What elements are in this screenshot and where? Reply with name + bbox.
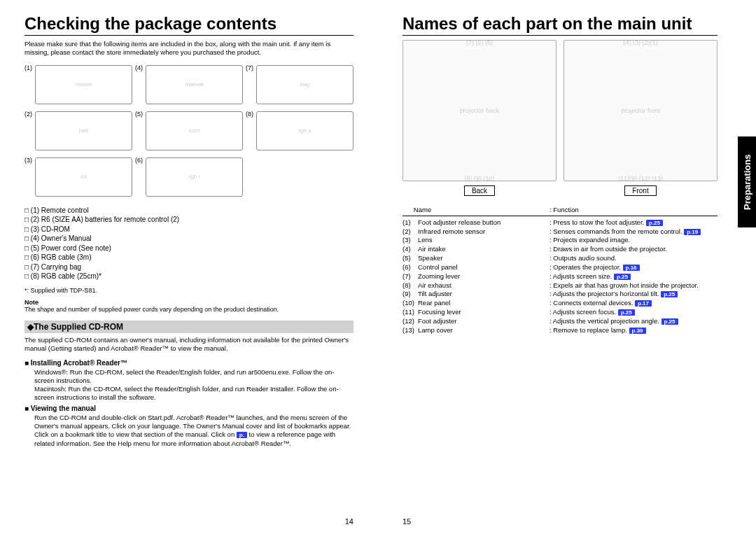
row-name: Foot adjuster release button [418, 218, 550, 227]
row-name: Rear panel [418, 299, 550, 308]
table-row: (6)Control panelOperates the projector. … [402, 263, 718, 272]
table-row: (13)Lamp coverRemove to replace lamp. p.… [402, 326, 718, 335]
left-title: Checking the package contents [24, 14, 354, 34]
row-index: (8) [402, 281, 418, 290]
install-body-1: Windows®: Run the CD-ROM, select the Rea… [34, 368, 354, 385]
row-name: Infrared remote sensor [418, 227, 550, 237]
front-top-callouts: (4) (3) (2)(1) [564, 39, 717, 46]
pkg-8: (8)rgb s [246, 109, 354, 153]
list-item: (3) CD-ROM [24, 225, 354, 234]
back-top-callouts: (7) (6) (5) [403, 39, 556, 46]
row-function: Senses commands from the remote control.… [550, 227, 718, 237]
page-ref-icon[interactable]: p.16 [623, 265, 640, 271]
page-ref-icon[interactable]: p.17 [635, 300, 652, 307]
right-page: Names of each part on the main unit (7) … [378, 0, 756, 534]
pkg-5: (5)cord [135, 109, 243, 153]
row-name: Zooming lever [418, 272, 550, 281]
col-name: Name [414, 206, 431, 213]
title-rule-r [402, 35, 718, 36]
page-ref-icon[interactable]: p.25 [646, 220, 663, 226]
right-title: Names of each part on the main unit [402, 14, 718, 34]
back-label: Back [464, 185, 495, 196]
row-index: (11) [402, 308, 418, 317]
row-name: Lens [418, 236, 550, 245]
row-name: Speaker [418, 254, 550, 263]
row-index: (10) [402, 299, 418, 308]
install-heading: Installing Acrobat® Reader™ [24, 359, 354, 367]
cdrom-section-header: ◆The Supplied CD-ROM [24, 321, 354, 333]
row-function: Outputs audio sound. [550, 254, 718, 263]
projector-front-icon: (4) (3) (2)(1) projector front (11)(9) (… [564, 40, 718, 181]
row-index: (13) [402, 326, 418, 335]
pkg-3: (3)cd [24, 155, 132, 199]
list-item: (6) RGB cable (3m) [24, 253, 354, 262]
list-item: (7) Carrying bag [24, 262, 354, 272]
list-item: (1) Remote control [24, 206, 354, 216]
row-function: Press to stow the foot adjuster. p.25 [550, 218, 718, 227]
page-number-right: 15 [402, 517, 411, 526]
remote-icon: remote [35, 65, 132, 104]
row-name: Tilt adjuster [418, 290, 550, 299]
row-name: Air exhaust [418, 281, 550, 290]
note-heading: Note [24, 299, 354, 306]
row-function: Adjusts screen focus. p.25 [550, 308, 718, 317]
row-function: Draws in air from outside the projector. [550, 245, 718, 254]
page-ref-icon[interactable]: p.39 [629, 328, 646, 334]
pkg-1: (1)remote [24, 63, 132, 106]
row-index: (3) [402, 236, 418, 245]
table-row: (1)Foot adjuster release buttonPress to … [402, 218, 718, 227]
supplied-with-note: *: Supplied with TDP-S81. [24, 287, 354, 295]
row-function: Connects external devices. p.17 [550, 299, 718, 308]
pkg-2: (2)batt [24, 109, 132, 153]
list-item: (4) Owner's Manual [24, 234, 354, 244]
table-row: (3)LensProjects expanded image. [402, 236, 718, 245]
row-index: (4) [402, 245, 418, 254]
row-index: (9) [402, 290, 418, 299]
row-function: Remove to replace lamp. p.39 [550, 326, 718, 335]
page-ref-icon[interactable]: p.25 [662, 318, 678, 325]
row-name: Air intake [418, 245, 550, 254]
row-function: Operates the projector. p.16 [550, 263, 718, 272]
back-view: (7) (6) (5) projector back (8) (9) (10) … [402, 40, 556, 196]
parts-table: Name : Function (1)Foot adjuster release… [402, 206, 718, 335]
viewing-body: Run the CD-ROM and double-click on Start… [34, 414, 354, 448]
battery-icon: batt [35, 111, 132, 150]
cdrom-icon: cd [35, 157, 132, 197]
row-index: (7) [402, 272, 418, 281]
page-spread: Checking the package contents Please mak… [0, 0, 756, 534]
row-function: Adjusts screen size. p.25 [550, 272, 718, 281]
list-item: (8) RGB cable (25cm)* [24, 272, 354, 281]
projector-back-icon: (7) (6) (5) projector back (8) (9) (10) [402, 40, 556, 181]
left-page: Checking the package contents Please mak… [0, 0, 378, 534]
viewing-heading: Viewing the manual [24, 405, 354, 412]
table-row: (5)SpeakerOutputs audio sound. [402, 254, 718, 263]
pkg-4: (4)manual [135, 63, 243, 106]
front-view: (4) (3) (2)(1) projector front (11)(9) (… [564, 40, 718, 196]
table-row: (8)Air exhaustExpels air that has grown … [402, 281, 718, 290]
intro-text: Please make sure that the following item… [24, 40, 354, 57]
page-ref-icon[interactable]: p.25 [661, 291, 678, 297]
row-function: Adjusts the projector's horizontal tilt.… [550, 290, 718, 299]
title-rule [24, 35, 354, 36]
table-row: (4)Air intakeDraws in air from outside t… [402, 245, 718, 254]
row-index: (12) [402, 317, 418, 326]
page-ref-icon[interactable]: p. [237, 432, 247, 438]
page-ref-icon[interactable]: p.25 [618, 309, 635, 316]
col-function: : Function [550, 206, 718, 215]
pkg-6: (6)rgb l [135, 155, 243, 199]
page-ref-icon[interactable]: p.19 [684, 229, 701, 235]
front-bottom-callouts: (11)(9) (12) (13) [564, 175, 717, 182]
row-name: Control panel [418, 263, 550, 272]
row-index: (5) [402, 254, 418, 263]
power-cord-icon: cord [146, 111, 243, 150]
page-ref-icon[interactable]: p.25 [614, 274, 631, 280]
page-number-left: 14 [345, 517, 354, 526]
list-item: (5) Power cord (See note) [24, 244, 354, 253]
table-row: (12)Foot adjusterAdjusts the vertical pr… [402, 317, 718, 326]
row-name: Lamp cover [418, 326, 550, 335]
table-row: (10)Rear panelConnects external devices.… [402, 299, 718, 308]
note-text: The shape and number of supplied power c… [24, 306, 354, 314]
preparations-tab[interactable]: Preparations [738, 136, 756, 227]
row-index: (6) [402, 263, 418, 272]
table-row: (7)Zooming leverAdjusts screen size. p.2… [402, 272, 718, 281]
